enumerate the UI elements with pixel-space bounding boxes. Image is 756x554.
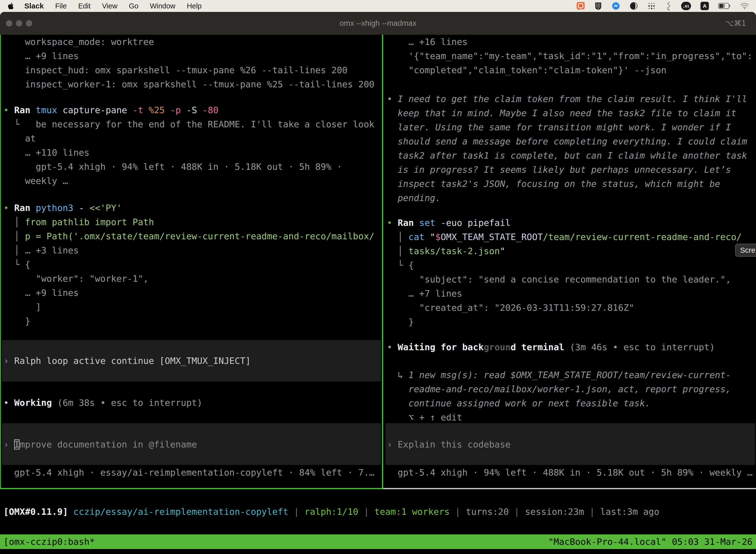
terminal-line: pending. <box>387 191 756 205</box>
terminal-section: ↳ 1 new msg(s): read $OMX_TEAM_STATE_ROO… <box>387 368 756 425</box>
text-span: is in progress? It seems likely but perh… <box>387 165 731 175</box>
text-span: pending. <box>387 193 441 203</box>
text-span: Ran <box>397 218 419 228</box>
hud-status-line: [OMX#0.11.9] cczip/essay/ai-reimplementa… <box>3 505 659 519</box>
text-span: inspect_worker-1: omx sparkshell --tmux-… <box>3 79 375 89</box>
terminal-line: … +110 lines <box>3 146 382 160</box>
text-span: p = Path('.omx/state/team/review-current… <box>25 231 375 241</box>
text-span: be necessary for the end of the README. … <box>36 119 374 129</box>
text-span: └ <box>387 260 408 270</box>
text-span: tmux <box>36 105 63 115</box>
crescent-icon[interactable] <box>630 2 638 10</box>
terminal-section: › Ralph loop active continue [OMX_TMUX_I… <box>3 354 382 368</box>
menu-go[interactable]: Go <box>129 2 138 10</box>
terminal-line: • Working (6m 38s • esc to interrupt) <box>3 396 382 410</box>
text-span: 1 new msg(s): read $OMX_TEAM_STATE_ROOT/… <box>408 370 731 380</box>
text-span: $ <box>435 232 441 242</box>
text-span: -euo pipefail <box>441 218 511 228</box>
menubar-status-icons: ..61 A <box>576 1 749 10</box>
text-span: session:23m <box>525 507 584 517</box>
terminal-line: "created_at": "2026-03-31T11:59:27.816Z" <box>387 300 756 315</box>
text-span: • <box>3 398 14 408</box>
omx-hud: [OMX#0.11.9] cczip/essay/ai-reimplementa… <box>0 489 756 535</box>
text-span: weekly … <box>3 176 68 186</box>
apple-menu-icon[interactable] <box>7 2 14 10</box>
text-span: ↳ <box>387 370 408 380</box>
terminal-line: inspect_worker-1: omx sparkshell --tmux-… <box>3 77 382 91</box>
text-span: … +9 lines <box>3 51 79 61</box>
terminal-line: • Ran set -euo pipefail <box>387 216 756 230</box>
terminal-line: • Ran python3 - <<'PY' <box>3 201 382 215</box>
text-span: } <box>387 317 414 327</box>
chat-app-icon[interactable] <box>576 2 585 10</box>
pane-left[interactable]: workspace_mode: worktree … +9 lines insp… <box>0 35 382 488</box>
terminal-line: … +16 lines <box>387 35 756 49</box>
text-span: "created_at": "2026-03-31T11:59:27.816Z" <box>387 302 634 313</box>
keypad-icon[interactable] <box>594 2 602 10</box>
active-app-name[interactable]: Slack <box>24 2 44 10</box>
text-span: … +9 lines <box>3 288 79 298</box>
menu-edit[interactable]: Edit <box>78 2 90 10</box>
text-span: └ <box>3 119 36 129</box>
terminal-line: at <box>3 131 382 146</box>
menu-view[interactable]: View <box>102 2 117 10</box>
screen-tooltip: Scre <box>735 244 756 257</box>
terminal-line: should send a message before completing … <box>387 134 756 149</box>
terminal-section: • Waiting for background terminal (3m 46… <box>387 340 756 354</box>
pane-border-left <box>0 35 1 488</box>
terminal-section: gpt-5.4 xhigh · essay/ai-reimplementatio… <box>3 465 382 480</box>
wifi-icon[interactable] <box>740 2 749 9</box>
messenger-icon[interactable] <box>612 2 620 10</box>
pane-divider[interactable] <box>382 35 383 488</box>
tmux-status-bar[interactable]: [omx-cczip0:bash* "MacBook-Pro-44.local"… <box>0 535 756 549</box>
terminal-line: continue assigned work or next feasible … <box>387 396 756 410</box>
text-span: ⌥ + ↑ edit <box>387 412 462 423</box>
terminal-window: omx --xhigh --madmax ⌥⌘1 workspace_mode:… <box>0 12 756 551</box>
input-source-icon[interactable]: A <box>700 2 709 10</box>
dots-grid-icon[interactable] <box>647 2 656 10</box>
text-span: continue assigned work or next feasible … <box>387 398 650 408</box>
pane-right[interactable]: … +16 lines '{"team_name":"my-team","tas… <box>383 35 756 488</box>
terminal-line: › Ralph loop active continue [OMX_TMUX_I… <box>3 354 382 368</box>
text-span: turns:20 <box>466 507 509 517</box>
text-span <box>68 507 73 517</box>
terminal-line: └ { <box>3 258 382 272</box>
text-span: -t <box>132 105 148 115</box>
text-span: last:3m ago <box>600 507 659 517</box>
terminal-line: │ … +3 lines <box>3 243 382 258</box>
menu-window[interactable]: Window <box>150 2 175 10</box>
terminal-line: "subject": "send a concise recommendatio… <box>387 272 756 286</box>
battery-charging-icon[interactable] <box>718 3 731 9</box>
text-span: • <box>3 203 14 213</box>
terminal-line: │ from pathlib import Path <box>3 215 382 229</box>
window-title: omx --xhigh --madmax <box>0 12 756 35</box>
terminal-section: • Ran tmux capture-pane -t %25 -p -S -80… <box>3 103 382 188</box>
text-span: ralph:1/10 <box>305 507 359 517</box>
text-span: [OMX#0.11.9] <box>3 507 68 517</box>
badge-61-icon[interactable]: ..61 <box>681 2 691 10</box>
text-span: ] <box>3 302 41 312</box>
text-span: -p <box>170 105 186 115</box>
tooltip-label: Scre <box>740 246 756 255</box>
text-span: '{"team_name":"my-team","task_id":"1","f… <box>387 51 753 61</box>
terminal-section: › Explain this codebase <box>387 437 756 451</box>
squiggle-icon[interactable] <box>665 1 672 10</box>
terminal-line: keep that in mind. Maybe I also need the… <box>387 106 756 120</box>
text-span: │ <box>387 246 408 256</box>
text-span: -80 <box>202 105 218 115</box>
text-span: … +3 lines <box>25 245 79 256</box>
terminal-line: • Ran tmux capture-pane -t %25 -p -S -80 <box>3 103 382 117</box>
menu-help[interactable]: Help <box>187 2 202 10</box>
terminal-section: › Improve documentation in @filename <box>3 437 382 451</box>
menu-file[interactable]: File <box>55 2 67 10</box>
text-span: groun <box>484 342 510 352</box>
terminal-line: … +9 lines <box>3 286 382 300</box>
window-titlebar[interactable]: omx --xhigh --madmax ⌥⌘1 <box>0 12 756 35</box>
text-span: team:1 workers <box>375 507 450 517</box>
text-span: gpt-5.4 xhigh · 94% left · 488K in · 5.1… <box>3 162 342 172</box>
text-span: - <box>79 203 89 213</box>
terminal-line: gpt-5.4 xhigh · 94% left · 488K in · 5.1… <box>3 160 382 174</box>
terminal-line: ] <box>3 300 382 314</box>
text-span: { <box>25 259 30 270</box>
screen: Slack FileEditViewGoWindowHelp ..61 A <box>0 0 756 554</box>
